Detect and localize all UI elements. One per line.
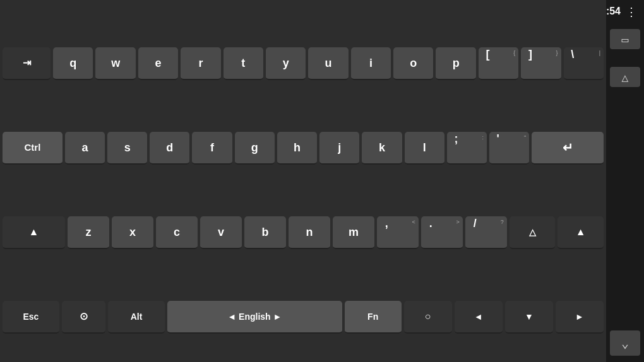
key-j[interactable]: j — [319, 132, 359, 165]
key-y[interactable]: y — [266, 47, 306, 80]
key-backslash[interactable]: |\ — [564, 47, 604, 80]
key-m[interactable]: m — [333, 216, 374, 249]
right-panel: ▭ △ ⌄ — [606, 23, 644, 362]
ctrl-key[interactable]: Ctrl — [3, 132, 63, 165]
terminal-area: u0_a64@android:/ $ df Filesystem Size Us… — [0, 23, 606, 362]
key-k[interactable]: k — [362, 132, 402, 165]
shift-right-key[interactable]: ▲ — [558, 216, 604, 249]
home-side-button[interactable]: △ — [610, 67, 640, 87]
key-s[interactable]: s — [107, 132, 147, 165]
key-tab[interactable]: ⇥ — [3, 47, 51, 80]
keyboard-row-asdf: Ctrl a s d f g h j k l :; "' ↵ — [3, 132, 604, 165]
recent-apps-button[interactable]: ▭ — [610, 29, 640, 49]
keyboard-row-zxcv: ▲ z x c v b n m <, >. ?/ △ ▲ — [3, 216, 604, 249]
key-bracket-open[interactable]: {[ — [479, 47, 518, 80]
overflow-menu-icon[interactable]: ⋮ — [626, 5, 638, 18]
key-d[interactable]: d — [150, 132, 189, 165]
key-comma[interactable]: <, — [377, 216, 419, 249]
language-key[interactable]: ◄ English ► — [167, 301, 342, 334]
key-r[interactable]: r — [181, 47, 220, 80]
right-arrow-key[interactable]: ► — [556, 301, 604, 334]
key-p[interactable]: p — [436, 47, 475, 80]
virtual-keyboard: !~ !1 @2 #3 $4 %5 ^6 — [0, 0, 606, 362]
up-arrow-key[interactable]: △ — [510, 216, 556, 249]
key-c[interactable]: c — [156, 216, 198, 249]
key-o[interactable]: o — [393, 47, 433, 80]
esc-key[interactable]: Esc — [3, 301, 59, 334]
key-f[interactable]: f — [192, 132, 232, 165]
key-h[interactable]: h — [277, 132, 317, 165]
home-key[interactable]: ○ — [404, 301, 452, 334]
shift-left-key[interactable]: ▲ — [3, 216, 65, 249]
key-t[interactable]: t — [224, 47, 263, 80]
key-e[interactable]: e — [138, 47, 178, 80]
key-bracket-close[interactable]: }] — [521, 47, 561, 80]
key-n[interactable]: n — [289, 216, 330, 249]
key-v[interactable]: v — [200, 216, 242, 249]
key-u[interactable]: u — [308, 47, 348, 80]
fn-key[interactable]: Fn — [345, 301, 402, 334]
key-z[interactable]: z — [68, 216, 109, 249]
key-q[interactable]: q — [53, 47, 93, 80]
key-period[interactable]: >. — [421, 216, 463, 249]
keyboard-row-qwerty: ⇥ q w e r t y u i o p {[ }] |\ — [3, 47, 604, 80]
settings-key[interactable]: ⊙ — [62, 301, 105, 334]
key-semicolon[interactable]: :; — [447, 132, 487, 165]
key-a[interactable]: a — [65, 132, 105, 165]
key-x[interactable]: x — [112, 216, 153, 249]
left-arrow-key[interactable]: ◄ — [455, 301, 503, 334]
key-slash[interactable]: ?/ — [465, 216, 507, 249]
enter-key[interactable]: ↵ — [532, 132, 604, 165]
key-quote[interactable]: "' — [489, 132, 529, 165]
keyboard-row-bottom: Esc ⊙ Alt ◄ English ► Fn ○ ◄ ▼ ► — [3, 301, 604, 334]
key-l[interactable]: l — [405, 132, 444, 165]
alt-key[interactable]: Alt — [108, 301, 165, 334]
key-b[interactable]: b — [244, 216, 286, 249]
down-arrow-key[interactable]: ▼ — [505, 301, 553, 334]
keyboard-hide-button[interactable]: ⌄ — [610, 330, 640, 356]
key-w[interactable]: w — [95, 47, 135, 80]
key-g[interactable]: g — [235, 132, 275, 165]
key-i[interactable]: i — [351, 47, 391, 80]
